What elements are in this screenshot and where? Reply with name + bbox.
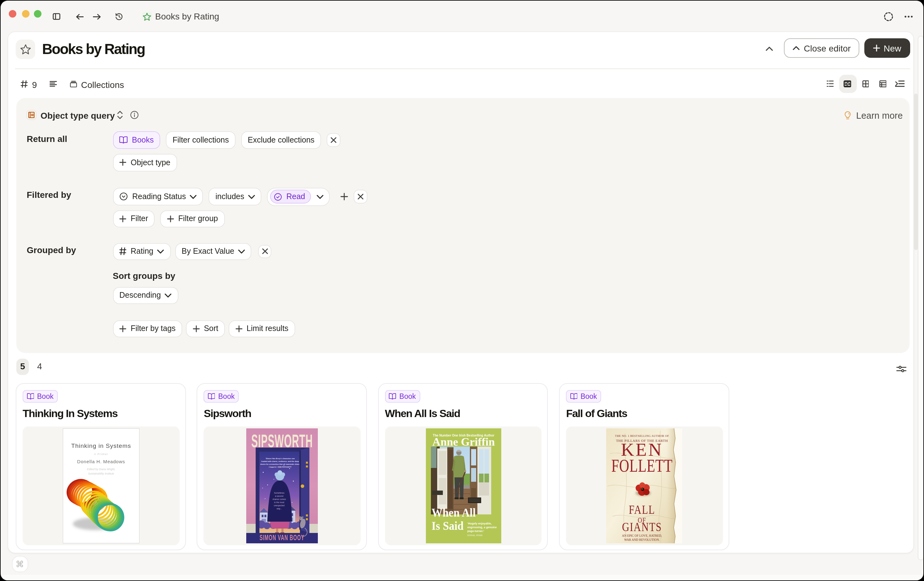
svg-text:Edited by Diana Wright,: Edited by Diana Wright,	[87, 468, 115, 471]
svg-text:page-turner.’: page-turner.’	[467, 530, 483, 533]
svg-text:FOLLETT: FOLLETT	[612, 456, 673, 475]
svg-text:A Primer: A Primer	[94, 452, 108, 456]
svg-text:unexpected: unexpected	[274, 504, 285, 507]
svg-text:desire for connection that all: desire for connection that all mammals s…	[261, 463, 300, 465]
svg-text:THE NO. 1 BESTSELLING AUTHOR O: THE NO. 1 BESTSELLING AUTHOR OF	[615, 434, 669, 437]
svg-text:engrossing, a genuine: engrossing, a genuine	[467, 526, 496, 529]
svg-text:Anne Griffin: Anne Griffin	[432, 436, 495, 448]
svg-text:loaded with charm, resilience,: loaded with charm, resilience, and the d…	[261, 461, 299, 462]
svg-text:AN EPIC OF LOVE, HATRED,: AN EPIC OF LOVE, HATRED,	[622, 534, 662, 537]
svg-text:FALL: FALL	[629, 502, 655, 516]
svg-text:a second: a second	[275, 495, 283, 497]
svg-text:‘Simon Van Booy’s characters a: ‘Simon Van Booy’s characters are	[266, 457, 295, 459]
svg-text:way...: way...	[276, 507, 282, 510]
svg-text:chance comes: chance comes	[272, 498, 286, 500]
svg-text:I loved it.’ ANN PATCHETT: I loved it.’ ANN PATCHETT	[269, 466, 292, 468]
svg-text:‘Hugely enjoyable,: ‘Hugely enjoyable,	[467, 522, 491, 525]
svg-text:DONAL RYAN: DONAL RYAN	[467, 534, 482, 537]
svg-text:Thinking in Systems: Thinking in Systems	[71, 442, 131, 449]
svg-text:WAR AND REVOLUTION.: WAR AND REVOLUTION.	[624, 538, 660, 541]
svg-text:GIANTS: GIANTS	[622, 520, 662, 533]
svg-text:Donella H. Meadows: Donella H. Meadows	[77, 459, 125, 464]
svg-text:in the most: in the most	[274, 501, 284, 503]
svg-text:SIMON VAN BOOY: SIMON VAN BOOY	[259, 533, 304, 542]
svg-text:Sometimes: Sometimes	[274, 492, 285, 494]
svg-text:Is Said: Is Said	[431, 519, 463, 532]
svg-text:When All: When All	[431, 506, 475, 519]
svg-text:Sustainability Institute: Sustainability Institute	[88, 472, 114, 475]
